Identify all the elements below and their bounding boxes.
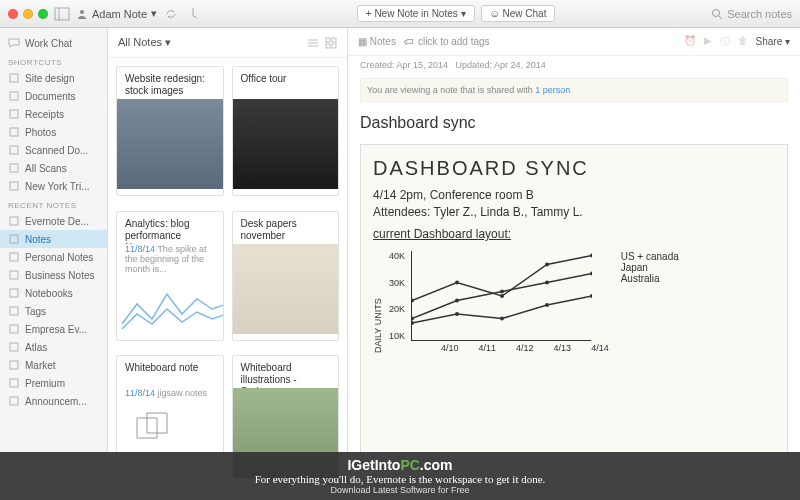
svg-point-32	[500, 294, 504, 298]
sidebar-shortcut[interactable]: Site design	[0, 69, 107, 87]
card-title: Analytics: blog performance Nove...	[117, 212, 223, 244]
svg-rect-9	[10, 146, 18, 154]
sidebar-nav-empresaev[interactable]: Empresa Ev...	[0, 320, 107, 338]
notelist-title[interactable]: All Notes ▾	[118, 36, 171, 49]
note-title[interactable]: Dashboard sync	[348, 106, 800, 140]
sidebar-shortcut[interactable]: All Scans	[0, 159, 107, 177]
svg-rect-10	[10, 164, 18, 172]
sidebar-nav-market[interactable]: Market	[0, 356, 107, 374]
sidebar-nav-premium[interactable]: Premium	[0, 374, 107, 392]
account-switcher[interactable]: Adam Note ▾	[76, 7, 157, 20]
item-icon	[8, 215, 20, 227]
sidebar-nav-notebooks[interactable]: Notebooks	[0, 284, 107, 302]
sidebar-nav-announcem[interactable]: Announcem...	[0, 392, 107, 410]
note-card[interactable]: Desk papers november	[232, 211, 340, 341]
card-date: 11/8/14 The spike at the beginning of th…	[117, 244, 223, 274]
item-icon	[8, 108, 20, 120]
item-icon	[8, 126, 20, 138]
item-icon	[8, 90, 20, 102]
legend-item: US + canada	[621, 251, 679, 262]
card-thumbnail	[233, 99, 339, 189]
svg-rect-20	[10, 361, 18, 369]
item-icon	[8, 359, 20, 371]
handwriting-title: DASHBOARD SYNC	[373, 157, 775, 180]
svg-point-44	[590, 294, 592, 298]
handwriting-line: Attendees: Tyler Z., Linda B., Tammy L.	[373, 205, 775, 219]
svg-rect-26	[326, 38, 330, 42]
note-card[interactable]: Office tour	[232, 66, 340, 196]
svg-rect-14	[10, 253, 18, 261]
close-icon[interactable]	[8, 9, 18, 19]
note-card[interactable]: Analytics: blog performance Nove...11/8/…	[116, 211, 224, 341]
svg-rect-5	[10, 74, 18, 82]
watermark-overlay: IGetIntoPC.com For everything you'll do,…	[0, 452, 800, 500]
share-button[interactable]: Share ▾	[756, 36, 790, 47]
item-icon	[8, 162, 20, 174]
item-icon	[8, 269, 20, 281]
watermark-subtitle: Download Latest Software for Free	[330, 485, 469, 495]
notebook-selector[interactable]: ▦ Notes	[358, 36, 396, 47]
reminder-icon[interactable]: ⏰	[684, 35, 696, 49]
svg-rect-11	[10, 182, 18, 190]
legend-item: Japan	[621, 262, 679, 273]
updated-date: Updated: Apr 24, 2014	[456, 60, 546, 70]
item-icon	[8, 341, 20, 353]
window-controls[interactable]	[8, 9, 48, 19]
trash-icon[interactable]: 🗑	[738, 35, 748, 49]
grid-view-icon[interactable]	[325, 37, 337, 49]
legend-item: Australia	[621, 273, 679, 284]
svg-rect-12	[10, 217, 18, 225]
sidebar-nav-atlas[interactable]: Atlas	[0, 338, 107, 356]
svg-point-38	[545, 281, 549, 285]
card-title: Whiteboard illustrations - Carlos...	[233, 356, 339, 388]
card-title: Whiteboard note	[117, 356, 223, 388]
sidebar-nav-tags[interactable]: Tags	[0, 302, 107, 320]
svg-point-37	[500, 290, 504, 294]
search-input[interactable]: Search notes	[711, 8, 792, 20]
list-view-icon[interactable]	[307, 37, 319, 49]
card-thumbnail	[117, 99, 223, 189]
note-body[interactable]: DASHBOARD SYNC 4/14 2pm, Conference room…	[360, 144, 788, 496]
item-icon	[8, 287, 20, 299]
note-list: All Notes ▾ Website redesign: stock imag…	[108, 28, 348, 500]
item-icon	[8, 233, 20, 245]
card-thumbnail	[233, 244, 339, 334]
svg-rect-15	[10, 271, 18, 279]
svg-point-31	[455, 281, 459, 285]
item-icon	[8, 377, 20, 389]
sidebar-nav-businessnotes[interactable]: Business Notes	[0, 266, 107, 284]
sync-icon[interactable]	[163, 6, 179, 22]
sidebar-toggle-icon[interactable]	[54, 6, 70, 22]
svg-rect-21	[10, 379, 18, 387]
sidebar-nav-notes[interactable]: Notes	[0, 230, 107, 248]
sidebar-shortcut[interactable]: Receipts	[0, 105, 107, 123]
svg-rect-28	[326, 44, 330, 48]
svg-rect-19	[10, 343, 18, 351]
chat-icon	[8, 37, 20, 49]
recent-heading: RECENT NOTES	[0, 195, 107, 212]
sparkline-icon	[117, 274, 223, 341]
share-link[interactable]: 1 person	[535, 85, 570, 95]
note-card[interactable]: Website redesign: stock images	[116, 66, 224, 196]
new-chat-button[interactable]: ☺ New Chat	[481, 5, 556, 22]
activity-icon[interactable]	[185, 6, 201, 22]
sidebar-nav-personalnotes[interactable]: Personal Notes	[0, 248, 107, 266]
chevron-down-icon: ▾	[151, 7, 157, 20]
sidebar-shortcut[interactable]: Photos	[0, 123, 107, 141]
sidebar-shortcut[interactable]: Scanned Do...	[0, 141, 107, 159]
sidebar-shortcut[interactable]: Documents	[0, 87, 107, 105]
info-icon[interactable]: ⓘ	[720, 35, 730, 49]
chart-ylabel: DAILY UNITS	[373, 251, 383, 353]
minimize-icon[interactable]	[23, 9, 33, 19]
sidebar-item-workchat[interactable]: Work Chat	[0, 34, 107, 52]
new-note-button[interactable]: + New Note in Notes ▾	[357, 5, 475, 22]
svg-point-43	[545, 303, 549, 307]
sidebar-shortcut[interactable]: New York Tri...	[0, 177, 107, 195]
tags-input[interactable]: 🏷 click to add tags	[404, 36, 490, 47]
svg-line-4	[719, 16, 722, 19]
card-title: Website redesign: stock images	[117, 67, 223, 99]
zoom-icon[interactable]	[38, 9, 48, 19]
present-icon[interactable]: ▶	[704, 35, 712, 49]
handwriting-line: 4/14 2pm, Conference room B	[373, 188, 775, 202]
sidebar-recent[interactable]: Evernote De...	[0, 212, 107, 230]
